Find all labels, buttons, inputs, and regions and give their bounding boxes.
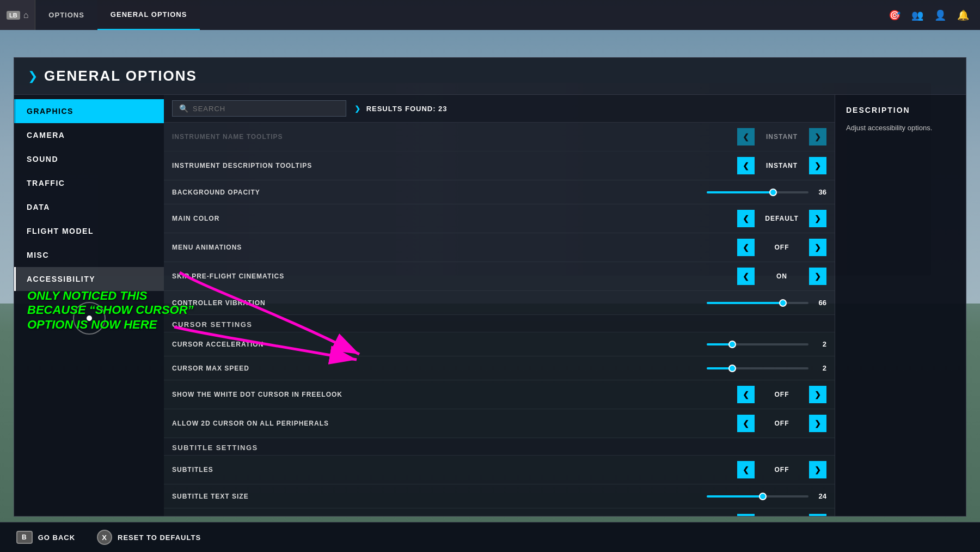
sidebar-label-traffic: TRAFFIC <box>27 179 65 187</box>
toggle-value-2d-cursor: OFF <box>755 420 809 427</box>
toggle-left-main-color[interactable]: ❮ <box>737 210 755 227</box>
setting-label-ctrl-vib: CONTROLLER VIBRATION <box>172 299 707 307</box>
toggle-value-menu-anim: OFF <box>755 244 809 251</box>
toggle-right-btn[interactable]: ❯ <box>809 128 826 145</box>
target-icon[interactable]: 🎯 <box>889 9 901 21</box>
toggle-right-menu-anim[interactable]: ❯ <box>809 239 826 256</box>
slider-thumb-cursor-speed[interactable] <box>728 365 736 372</box>
panel-header: ❯ GENERAL OPTIONS <box>14 58 966 95</box>
toggle-control: ❮ INSTANT ❯ <box>737 128 826 145</box>
sidebar-item-data[interactable]: DATA <box>14 195 164 219</box>
toggle-left-btn[interactable]: ❮ <box>737 128 755 145</box>
toggle-right-2d-cursor[interactable]: ❯ <box>809 415 826 432</box>
setting-label-2d-cursor: ALLOW 2D CURSOR ON ALL PERIPHERALS <box>172 420 737 427</box>
community-icon[interactable]: 👥 <box>911 9 923 21</box>
results-arrow-icon: ❯ <box>354 105 361 113</box>
sidebar-circle-dot <box>87 316 92 321</box>
slider-track-ctrl-vib <box>707 302 808 304</box>
slider-track-cursor-accel <box>707 343 808 345</box>
slider-track-subtitle-size <box>707 495 808 498</box>
toggle-left-skip-cinematic[interactable]: ❮ <box>737 268 755 285</box>
tab-options[interactable]: OPTIONS <box>35 0 97 30</box>
main-panel: ❯ GENERAL OPTIONS GRAPHICS CAMERA SOUND … <box>14 57 966 517</box>
toggle-value-main-color: DEFAULT <box>755 215 809 222</box>
table-row: INSTRUMENT NAME TOOLTIPS ❮ INSTANT ❯ <box>164 123 835 151</box>
table-row: CURSOR MAX SPEED 2 <box>164 356 835 380</box>
section-header-cursor: CURSOR SETTINGS <box>164 315 835 332</box>
sidebar-label-flight-model: FLIGHT MODEL <box>27 227 94 235</box>
slider-control-cursor-speed[interactable]: 2 <box>707 364 826 372</box>
toggle-left-white-dot[interactable]: ❮ <box>737 386 755 403</box>
slider-control-ctrl-vib[interactable]: 66 <box>707 299 826 307</box>
notification-icon[interactable]: 🔔 <box>957 9 969 21</box>
sidebar-item-sound[interactable]: SOUND <box>14 147 164 171</box>
description-text: Adjust accessibility options. <box>846 123 955 134</box>
sidebar-item-flight-model[interactable]: FLIGHT MODEL <box>14 219 164 243</box>
section-header-subtitle: SUBTITLE SETTINGS <box>164 438 835 456</box>
reset-button[interactable]: X <box>97 530 112 545</box>
toggle-left-instrument-desc[interactable]: ❮ <box>737 157 755 174</box>
setting-label-cursor-accel: CURSOR ACCELERATION <box>172 341 707 348</box>
slider-control-bg-opacity[interactable]: 36 <box>707 188 826 196</box>
table-row: SHOW THE WHITE DOT CURSOR IN FREELOOK ❮ … <box>164 380 835 409</box>
sidebar-item-accessibility[interactable]: ACCESSIBILITY <box>14 267 164 291</box>
reset-defaults-action[interactable]: X RESET TO DEFAULTS <box>97 530 201 545</box>
toggle-value-instrument-desc: INSTANT <box>755 162 809 169</box>
nav-right-icons: 🎯 👥 👤 🔔 <box>889 0 980 30</box>
slider-track-bg-opacity <box>707 191 808 193</box>
slider-value-cursor-speed: 2 <box>813 364 826 372</box>
toggle-control-2d-cursor: ❮ OFF ❯ <box>737 415 826 432</box>
slider-thumb-cursor-accel[interactable] <box>728 341 736 348</box>
slider-thumb-bg-opacity[interactable] <box>769 189 777 196</box>
toggle-value-skip-cinematic: ON <box>755 272 809 280</box>
description-title: DESCRIPTION <box>846 106 955 114</box>
toggle-value: INSTANT <box>755 133 809 141</box>
search-input-wrap[interactable]: 🔍 <box>172 100 346 117</box>
sidebar-label-graphics: GRAPHICS <box>27 107 74 116</box>
slider-value-cursor-accel: 2 <box>813 340 826 348</box>
sidebar-item-camera[interactable]: CAMERA <box>14 123 164 147</box>
table-row: SUBTITLE TEXT COLOR ❮ WHITE ❯ <box>164 508 835 516</box>
profile-icon[interactable]: 👤 <box>934 9 946 21</box>
slider-control-subtitle-size[interactable]: 24 <box>707 492 826 500</box>
toggle-right-skip-cinematic[interactable]: ❯ <box>809 268 826 285</box>
setting-label-subtitles: SUBTITLES <box>172 466 737 474</box>
toggle-left-2d-cursor[interactable]: ❮ <box>737 415 755 432</box>
slider-thumb-ctrl-vib[interactable] <box>779 299 787 307</box>
sidebar-item-graphics[interactable]: GRAPHICS <box>14 99 164 123</box>
table-row: SUBTITLE TEXT SIZE 24 <box>164 484 835 508</box>
sidebar-item-misc[interactable]: MISC <box>14 243 164 267</box>
table-row: CONTROLLER VIBRATION 66 <box>164 291 835 315</box>
toggle-right-subtitles[interactable]: ❯ <box>809 461 826 478</box>
slider-track-cursor-speed <box>707 367 808 369</box>
slider-control-cursor-accel[interactable]: 2 <box>707 340 826 348</box>
go-back-action[interactable]: B GO BACK <box>16 531 75 544</box>
setting-label-white-dot: SHOW THE WHITE DOT CURSOR IN FREELOOK <box>172 391 737 398</box>
sidebar-item-traffic[interactable]: TRAFFIC <box>14 171 164 195</box>
toggle-right-subtitle-color[interactable]: ❯ <box>809 514 826 516</box>
sidebar-label-camera: CAMERA <box>27 131 65 139</box>
toggle-control-skip-cinematic: ❮ ON ❯ <box>737 268 826 285</box>
sidebar-label-sound: SOUND <box>27 155 58 163</box>
lb-button[interactable]: LB ⌂ <box>0 0 35 30</box>
go-back-button[interactable]: B <box>16 531 33 544</box>
toggle-left-menu-anim[interactable]: ❮ <box>737 239 755 256</box>
search-input[interactable] <box>193 105 339 113</box>
toggle-left-subtitles[interactable]: ❮ <box>737 461 755 478</box>
slider-thumb-subtitle-size[interactable] <box>759 493 767 500</box>
toggle-right-white-dot[interactable]: ❯ <box>809 386 826 403</box>
slider-fill-subtitle-size <box>707 495 763 498</box>
description-panel: DESCRIPTION Adjust accessibility options… <box>835 95 966 516</box>
toggle-right-main-color[interactable]: ❯ <box>809 210 826 227</box>
lb-badge: LB <box>7 11 20 20</box>
table-row: MENU ANIMATIONS ❮ OFF ❯ <box>164 233 835 262</box>
slider-fill-bg-opacity <box>707 191 773 193</box>
tab-general-options[interactable]: GENERAL OPTIONS <box>97 0 200 30</box>
reset-label: RESET TO DEFAULTS <box>118 533 201 542</box>
toggle-left-subtitle-color[interactable]: ❮ <box>737 514 755 516</box>
toggle-right-instrument-desc[interactable]: ❯ <box>809 157 826 174</box>
home-icon[interactable]: ⌂ <box>23 10 29 20</box>
settings-list[interactable]: INSTRUMENT NAME TOOLTIPS ❮ INSTANT ❯ INS… <box>164 123 835 516</box>
slider-value-ctrl-vib: 66 <box>813 299 826 307</box>
panel-arrow-icon: ❯ <box>28 69 38 83</box>
